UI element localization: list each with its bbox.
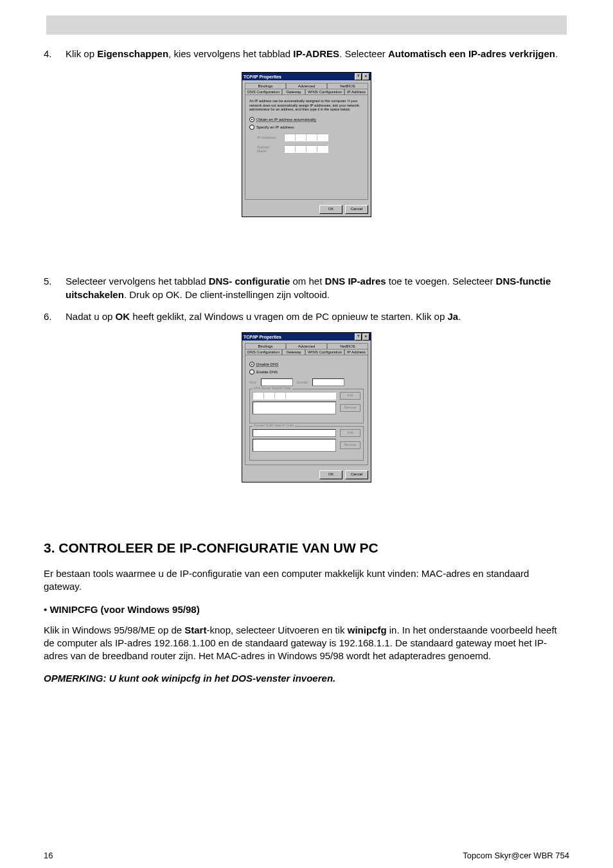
page-number: 16 xyxy=(44,851,53,860)
step-6-text: Nadat u op OK heeft geklikt, zal Windows… xyxy=(66,310,569,323)
tab-wins-config[interactable]: WINS Configuration xyxy=(305,89,344,94)
domain-suffix-input[interactable] xyxy=(253,429,336,437)
radio-label: Obtain an IP address automatically xyxy=(256,118,316,122)
tab-netbios[interactable]: NetBIOS xyxy=(327,83,368,89)
ok-button[interactable]: OK xyxy=(319,470,342,479)
domain-suffix-list[interactable] xyxy=(253,439,336,452)
step-4-text: Klik op Eigenschappen, kies vervolgens h… xyxy=(66,48,569,60)
remove-button[interactable]: Remove xyxy=(340,441,360,449)
step-5-num: 5. xyxy=(44,275,66,301)
help-button[interactable]: ? xyxy=(355,73,362,80)
bullet-text: WINIPCFG (voor Windows 95/98) xyxy=(47,604,199,615)
tcpip-dialog-ipaddress: TCP/IP Properties ? x Bindings Advanced … xyxy=(242,72,371,217)
radio-icon xyxy=(249,362,254,367)
close-button[interactable]: x xyxy=(362,73,369,80)
radio-icon xyxy=(249,125,254,130)
panel-legend: DNS Server Search Order xyxy=(253,386,292,390)
close-button[interactable]: x xyxy=(362,333,369,341)
t: Start xyxy=(184,624,206,635)
domain-suffix-panel: Domain Suffix Search Order Add Remove xyxy=(249,426,364,461)
titlebar: TCP/IP Properties ? x xyxy=(242,73,371,80)
radio-icon xyxy=(249,117,254,122)
winipcfg-para: Klik in Windows 95/98/ME op de Start-kno… xyxy=(44,624,569,663)
ok-button[interactable]: OK xyxy=(319,205,342,214)
tab-advanced[interactable]: Advanced xyxy=(286,343,327,349)
radio-obtain-auto[interactable]: Obtain an IP address automatically xyxy=(249,117,364,122)
tab-body: Disable DNS Enable DNS Host: Domain: DNS… xyxy=(245,355,368,465)
cancel-button[interactable]: Cancel xyxy=(345,205,368,214)
t: Nadat u op xyxy=(66,311,116,322)
radio-icon xyxy=(249,369,254,375)
step-4: 4. Klik op Eigenschappen, kies vervolgen… xyxy=(44,48,569,60)
tab-gateway[interactable]: Gateway xyxy=(282,89,305,94)
add-button[interactable]: Add xyxy=(340,429,360,437)
t: om het xyxy=(290,276,324,287)
domain-input[interactable] xyxy=(312,378,344,386)
subnet-mask-input[interactable] xyxy=(284,145,328,153)
tab-bindings[interactable]: Bindings xyxy=(245,343,286,349)
remove-button[interactable]: Remove xyxy=(340,404,360,412)
t: DNS IP-adres xyxy=(325,276,386,287)
radio-specify[interactable]: Specify an IP address: xyxy=(249,125,364,130)
step-5-text: Selecteer vervolgens het tabblad DNS- co… xyxy=(66,275,569,301)
t: toe te voegen. Selecteer xyxy=(386,276,496,287)
add-button[interactable]: Add xyxy=(340,392,360,400)
cancel-button[interactable]: Cancel xyxy=(345,470,368,479)
titlebar: TCP/IP Properties ? x xyxy=(242,333,371,341)
t: DNS- configuratie xyxy=(209,276,290,287)
radio-label: Disable DNS xyxy=(256,362,278,367)
t: . xyxy=(458,311,461,322)
title: TCP/IP Properties xyxy=(244,335,281,339)
subnet-mask-label: Subnet Mask: xyxy=(257,145,280,153)
t: . Selecteer xyxy=(339,48,388,59)
title: TCP/IP Properties xyxy=(244,75,281,79)
t: . xyxy=(555,48,558,59)
dns-server-list[interactable] xyxy=(253,402,336,414)
t: Klik in Windows 95/98/ME op de xyxy=(44,624,184,635)
step-6: 6. Nadat u op OK heeft geklikt, zal Wind… xyxy=(44,310,569,323)
host-label: Host: xyxy=(249,380,257,384)
tab-netbios[interactable]: NetBIOS xyxy=(327,343,368,349)
help-button[interactable]: ? xyxy=(355,333,362,341)
tab-bindings[interactable]: Bindings xyxy=(245,83,286,89)
step-5: 5. Selecteer vervolgens het tabblad DNS-… xyxy=(44,275,569,301)
t: Ja xyxy=(447,311,458,322)
t: , kies vervolgens het tabblad xyxy=(168,48,293,59)
radio-enable-dns[interactable]: Enable DNS xyxy=(249,369,364,375)
tab-dns-config[interactable]: DNS Configuration xyxy=(245,89,282,94)
step-6-num: 6. xyxy=(44,310,66,323)
dns-server-input[interactable] xyxy=(253,392,336,400)
ip-address-label: IP Address: xyxy=(257,136,280,139)
bullet-winipcfg: • WINIPCFG (voor Windows 95/98) xyxy=(44,604,569,615)
t: Klik op xyxy=(66,48,97,59)
step-4-num: 4. xyxy=(44,48,66,60)
tab-gateway[interactable]: Gateway xyxy=(282,349,305,355)
domain-label: Domain: xyxy=(297,380,309,384)
radio-label: Enable DNS xyxy=(256,370,278,374)
t: Selecteer vervolgens het tabblad xyxy=(66,276,209,287)
t: IP-ADRES xyxy=(293,48,339,59)
tab-wins-config[interactable]: WINS Configuration xyxy=(305,349,344,355)
t: Eigenschappen xyxy=(97,48,168,59)
tab-body: An IP address can be automatically assig… xyxy=(245,94,368,200)
t: -knop, selecteer Uitvoeren en tik xyxy=(206,624,347,635)
host-input[interactable] xyxy=(261,378,293,386)
note: OPMERKING: U kunt ook winipcfg in het DO… xyxy=(44,673,569,684)
section-intro: Er bestaan tools waarmee u de IP-configu… xyxy=(44,567,569,594)
tab-ip-address[interactable]: IP Address xyxy=(344,349,368,355)
panel-legend: Domain Suffix Search Order xyxy=(253,423,295,427)
t: Automatisch een IP-adres verkrijgen xyxy=(388,48,555,59)
description: An IP address can be automatically assig… xyxy=(249,99,364,112)
t: OK xyxy=(116,311,130,322)
section-heading: 3. CONTROLEER DE IP-CONFIGURATIE VAN UW … xyxy=(44,540,569,556)
t: . Druk op OK. De client-instellingen zij… xyxy=(124,289,330,300)
t: winipcfg xyxy=(348,624,387,635)
radio-label: Specify an IP address: xyxy=(256,125,295,129)
radio-disable-dns[interactable]: Disable DNS xyxy=(249,362,364,367)
header-bar xyxy=(46,15,567,35)
product-name: Topcom Skyr@cer WBR 754 xyxy=(463,851,569,860)
dns-search-order-panel: DNS Server Search Order Add Remove xyxy=(249,389,364,423)
tcpip-dialog-dns: TCP/IP Properties ? x Bindings Advanced … xyxy=(242,332,371,483)
tab-advanced[interactable]: Advanced xyxy=(286,83,327,89)
ip-address-input[interactable] xyxy=(284,134,328,141)
